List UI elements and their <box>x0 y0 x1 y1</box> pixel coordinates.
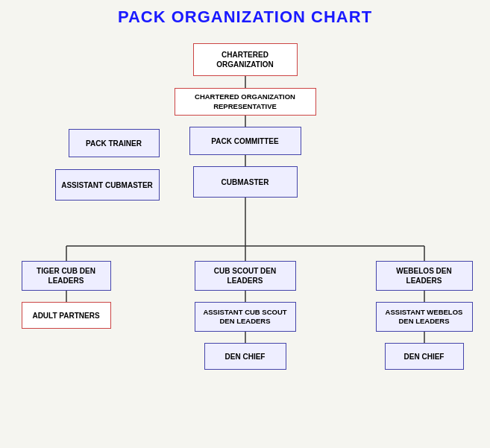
asst-webelos-box: ASSISTANT WEBELOS DEN LEADERS <box>376 302 473 332</box>
den-chief-2-box: DEN CHIEF <box>385 343 464 370</box>
cub-scout-box: CUB SCOUT DEN LEADERS <box>195 261 296 291</box>
asst-cub-scout-box: ASSISTANT CUB SCOUT DEN LEADERS <box>195 302 296 332</box>
page-title: PACK ORGANIZATION CHART <box>7 7 483 27</box>
pack-committee-box: PACK COMMITTEE <box>189 127 301 155</box>
chartered-org-box: CHARTERED ORGANIZATION <box>193 43 298 76</box>
tiger-cub-box: TIGER CUB DEN LEADERS <box>22 261 111 291</box>
webelos-box: WEBELOS DEN LEADERS <box>376 261 473 291</box>
chartered-rep-box: CHARTERED ORGANIZATION REPRESENTATIVE <box>175 88 316 116</box>
pack-trainer-box: PACK TRAINER <box>69 129 160 157</box>
cubmaster-box: CUBMASTER <box>193 166 298 198</box>
adult-partners-box: ADULT PARTNERS <box>22 302 111 329</box>
den-chief-1-box: DEN CHIEF <box>204 343 286 370</box>
asst-cubmaster-box: ASSISTANT CUBMASTER <box>55 169 160 201</box>
